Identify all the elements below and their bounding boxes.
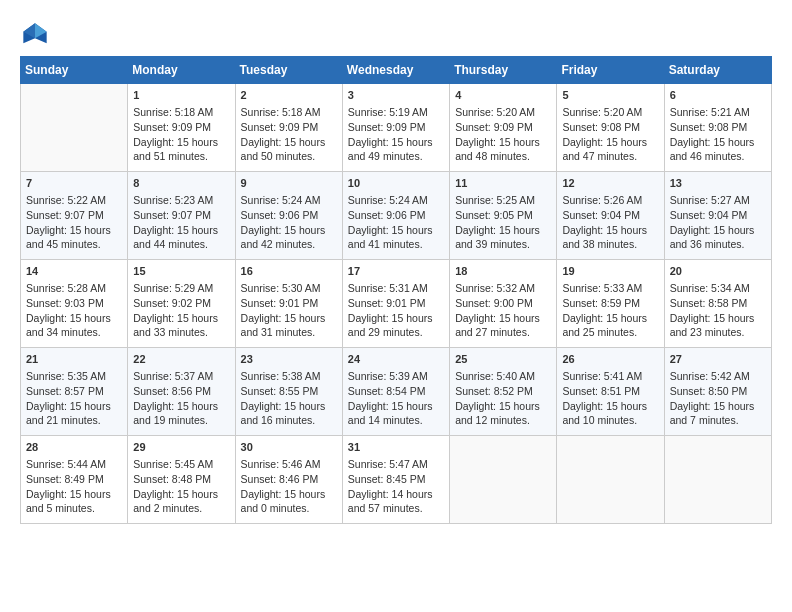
day-info-line: Daylight: 15 hours [348, 135, 444, 150]
calendar-cell: 1Sunrise: 5:18 AMSunset: 9:09 PMDaylight… [128, 84, 235, 172]
day-info-line: Sunset: 9:04 PM [562, 208, 658, 223]
day-info-line: Daylight: 15 hours [241, 135, 337, 150]
day-number: 11 [455, 176, 551, 191]
day-info-line: and 36 minutes. [670, 237, 766, 252]
day-info-line: Daylight: 15 hours [133, 135, 229, 150]
calendar-cell: 19Sunrise: 5:33 AMSunset: 8:59 PMDayligh… [557, 260, 664, 348]
day-info-line: Sunset: 9:09 PM [133, 120, 229, 135]
day-info-line: Sunrise: 5:26 AM [562, 193, 658, 208]
calendar-cell [450, 436, 557, 524]
day-info-line: Sunset: 9:06 PM [348, 208, 444, 223]
day-info-line: Daylight: 15 hours [26, 223, 122, 238]
day-info-line: Sunrise: 5:25 AM [455, 193, 551, 208]
days-header-row: SundayMondayTuesdayWednesdayThursdayFrid… [21, 57, 772, 84]
calendar-cell: 20Sunrise: 5:34 AMSunset: 8:58 PMDayligh… [664, 260, 771, 348]
day-number: 25 [455, 352, 551, 367]
calendar-cell: 24Sunrise: 5:39 AMSunset: 8:54 PMDayligh… [342, 348, 449, 436]
day-info-line: Sunrise: 5:37 AM [133, 369, 229, 384]
day-info-line: Sunrise: 5:32 AM [455, 281, 551, 296]
calendar-cell: 25Sunrise: 5:40 AMSunset: 8:52 PMDayligh… [450, 348, 557, 436]
day-info-line: Daylight: 15 hours [241, 487, 337, 502]
day-info-line: Daylight: 15 hours [241, 223, 337, 238]
day-number: 31 [348, 440, 444, 455]
day-info-line: Sunrise: 5:20 AM [562, 105, 658, 120]
day-info-line: and 14 minutes. [348, 413, 444, 428]
day-info-line: Sunset: 8:49 PM [26, 472, 122, 487]
day-info-line: and 0 minutes. [241, 501, 337, 516]
day-info-line: Daylight: 15 hours [348, 399, 444, 414]
day-info-line: and 57 minutes. [348, 501, 444, 516]
calendar-cell: 11Sunrise: 5:25 AMSunset: 9:05 PMDayligh… [450, 172, 557, 260]
day-info-line: and 38 minutes. [562, 237, 658, 252]
day-info-line: Sunrise: 5:29 AM [133, 281, 229, 296]
calendar-cell: 27Sunrise: 5:42 AMSunset: 8:50 PMDayligh… [664, 348, 771, 436]
day-number: 19 [562, 264, 658, 279]
day-info-line: Sunrise: 5:24 AM [348, 193, 444, 208]
day-info-line: and 45 minutes. [26, 237, 122, 252]
calendar-cell: 26Sunrise: 5:41 AMSunset: 8:51 PMDayligh… [557, 348, 664, 436]
day-number: 18 [455, 264, 551, 279]
day-info-line: Sunrise: 5:47 AM [348, 457, 444, 472]
day-info-line: Daylight: 15 hours [241, 311, 337, 326]
calendar-cell: 13Sunrise: 5:27 AMSunset: 9:04 PMDayligh… [664, 172, 771, 260]
day-info-line: and 34 minutes. [26, 325, 122, 340]
day-number: 12 [562, 176, 658, 191]
calendar-cell: 22Sunrise: 5:37 AMSunset: 8:56 PMDayligh… [128, 348, 235, 436]
day-info-line: Sunrise: 5:19 AM [348, 105, 444, 120]
day-info-line: Daylight: 15 hours [455, 223, 551, 238]
calendar-cell: 8Sunrise: 5:23 AMSunset: 9:07 PMDaylight… [128, 172, 235, 260]
day-info-line: Sunrise: 5:41 AM [562, 369, 658, 384]
day-info-line: and 42 minutes. [241, 237, 337, 252]
day-info-line: and 31 minutes. [241, 325, 337, 340]
calendar-cell: 29Sunrise: 5:45 AMSunset: 8:48 PMDayligh… [128, 436, 235, 524]
day-info-line: Daylight: 15 hours [26, 399, 122, 414]
day-number: 6 [670, 88, 766, 103]
day-info-line: Daylight: 15 hours [562, 223, 658, 238]
calendar-cell: 4Sunrise: 5:20 AMSunset: 9:09 PMDaylight… [450, 84, 557, 172]
day-info-line: Sunset: 9:06 PM [241, 208, 337, 223]
day-info-line: Sunrise: 5:40 AM [455, 369, 551, 384]
day-info-line: and 50 minutes. [241, 149, 337, 164]
day-info-line: and 41 minutes. [348, 237, 444, 252]
day-info-line: Sunrise: 5:39 AM [348, 369, 444, 384]
day-number: 14 [26, 264, 122, 279]
calendar-cell: 7Sunrise: 5:22 AMSunset: 9:07 PMDaylight… [21, 172, 128, 260]
day-info-line: Sunset: 9:09 PM [348, 120, 444, 135]
calendar-week-4: 21Sunrise: 5:35 AMSunset: 8:57 PMDayligh… [21, 348, 772, 436]
day-info-line: Daylight: 15 hours [133, 399, 229, 414]
day-info-line: Sunset: 8:46 PM [241, 472, 337, 487]
calendar-cell: 21Sunrise: 5:35 AMSunset: 8:57 PMDayligh… [21, 348, 128, 436]
day-info-line: Sunset: 8:52 PM [455, 384, 551, 399]
day-info-line: and 19 minutes. [133, 413, 229, 428]
day-info-line: Sunrise: 5:35 AM [26, 369, 122, 384]
day-number: 2 [241, 88, 337, 103]
day-info-line: Sunrise: 5:28 AM [26, 281, 122, 296]
calendar-table: SundayMondayTuesdayWednesdayThursdayFrid… [20, 56, 772, 524]
day-header-monday: Monday [128, 57, 235, 84]
day-info-line: Sunrise: 5:20 AM [455, 105, 551, 120]
calendar-cell: 3Sunrise: 5:19 AMSunset: 9:09 PMDaylight… [342, 84, 449, 172]
day-info-line: and 51 minutes. [133, 149, 229, 164]
day-info-line: Sunset: 8:48 PM [133, 472, 229, 487]
calendar-body: 1Sunrise: 5:18 AMSunset: 9:09 PMDaylight… [21, 84, 772, 524]
day-number: 9 [241, 176, 337, 191]
day-number: 10 [348, 176, 444, 191]
day-info-line: Sunset: 8:54 PM [348, 384, 444, 399]
day-info-line: and 5 minutes. [26, 501, 122, 516]
day-info-line: and 29 minutes. [348, 325, 444, 340]
day-number: 13 [670, 176, 766, 191]
day-number: 17 [348, 264, 444, 279]
day-info-line: Daylight: 15 hours [133, 487, 229, 502]
day-number: 3 [348, 88, 444, 103]
day-number: 7 [26, 176, 122, 191]
day-info-line: Daylight: 15 hours [670, 399, 766, 414]
calendar-week-3: 14Sunrise: 5:28 AMSunset: 9:03 PMDayligh… [21, 260, 772, 348]
day-number: 5 [562, 88, 658, 103]
day-info-line: Sunset: 8:58 PM [670, 296, 766, 311]
day-info-line: and 47 minutes. [562, 149, 658, 164]
day-info-line: and 23 minutes. [670, 325, 766, 340]
day-header-thursday: Thursday [450, 57, 557, 84]
day-info-line: and 33 minutes. [133, 325, 229, 340]
day-number: 30 [241, 440, 337, 455]
day-number: 21 [26, 352, 122, 367]
